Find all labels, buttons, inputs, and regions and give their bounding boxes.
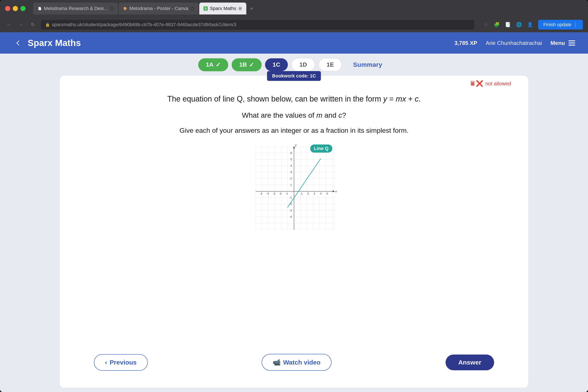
svg-text:-4: -4 (290, 215, 292, 218)
task-tab-1b[interactable]: 1B ✓ (232, 58, 262, 71)
minimize-button[interactable] (13, 6, 18, 11)
svg-rect-3 (256, 147, 334, 230)
task-tab-1e-label: 1E (327, 61, 334, 68)
svg-rect-0 (568, 40, 575, 41)
calculator-status: not allowed (485, 81, 511, 86)
tab-label-3: Sparx Maths (210, 6, 236, 11)
tab-favicon-3: S (204, 6, 208, 11)
tab-label-1: Melodrama Research & Desi... (44, 6, 108, 11)
svg-text:-2: -2 (279, 192, 282, 195)
svg-text:4: 4 (320, 192, 322, 195)
calculator-badge: 🖩❌ not allowed (470, 80, 511, 87)
svg-text:-3: -3 (290, 209, 292, 212)
app-header: Sparx Maths 3,785 XP Arie Chunhachatrach… (0, 32, 588, 54)
task-tab-1a[interactable]: 1A ✓ (198, 58, 228, 71)
secure-icon: 🔒 (45, 22, 50, 27)
task-tab-1c[interactable]: 1C (265, 58, 288, 71)
finish-update-label: Finish update (543, 22, 571, 28)
header-right: 3,785 XP Arie Chunhachatrachai Menu (454, 40, 575, 46)
translate-icon[interactable]: 🌐 (515, 21, 523, 28)
task-tab-summary-label: Summary (353, 61, 382, 68)
extension-icon[interactable]: 🧩 (493, 21, 501, 28)
new-tab-button[interactable]: + (247, 5, 256, 12)
task-tab-1a-check: ✓ (216, 61, 221, 68)
task-tab-1d[interactable]: 1D (291, 58, 315, 72)
task-tab-summary[interactable]: Summary (345, 58, 390, 71)
menu-label: Menu (550, 40, 565, 46)
svg-text:-5: -5 (260, 192, 263, 195)
tab-favicon-1: 📄 (38, 6, 42, 11)
svg-text:3: 3 (290, 171, 292, 174)
tab-close-1[interactable]: ✕ (110, 6, 114, 10)
svg-text:1: 1 (301, 192, 303, 195)
task-tab-1c-label: 1C (273, 61, 280, 68)
task-tab-1d-label: 1D (299, 61, 307, 68)
graph-container: Line Q (249, 144, 339, 234)
svg-text:-3: -3 (273, 192, 275, 195)
tab-favicon-2: 🎨 (123, 6, 127, 11)
xp-display: 3,785 XP (454, 40, 477, 46)
bottom-nav: ‹ Previous 📹 Watch video Answer (77, 346, 511, 379)
address-bar: ← → ↻ 🔒 sparxmaths.uk/student/package/64… (0, 17, 588, 32)
tab-label-2: Melodrama - Poster - Canva (130, 6, 188, 11)
task-tab-1a-label: 1A (206, 61, 214, 68)
svg-text:x: x (335, 190, 337, 193)
svg-text:6: 6 (290, 152, 292, 154)
video-icon: 📹 (273, 358, 281, 366)
svg-text:4: 4 (290, 164, 292, 167)
tab-sparx[interactable]: S Sparx Maths ✕ (199, 2, 247, 14)
watch-video-label: Watch video (283, 359, 321, 366)
question-line3: Give each of your answers as an integer … (180, 125, 408, 136)
question-card: Bookwork code: 1C 🖩❌ not allowed The equ… (60, 76, 528, 388)
bookmark-icon[interactable]: 📑 (504, 21, 512, 28)
task-tab-1b-label: 1B (239, 61, 247, 68)
menu-button[interactable]: Menu (550, 40, 575, 46)
user-name: Arie Chunhachatrachai (486, 40, 542, 46)
svg-text:3: 3 (314, 192, 315, 195)
answer-label: Answer (458, 359, 481, 366)
more-icon: ⋮ (573, 22, 578, 28)
title-bar: 📄 Melodrama Research & Desi... ✕ 🎨 Melod… (0, 0, 588, 17)
browser-window: 📄 Melodrama Research & Desi... ✕ 🎨 Melod… (0, 0, 588, 392)
prev-chevron-icon: ‹ (105, 359, 107, 366)
svg-text:-1: -1 (290, 196, 292, 199)
svg-text:-1: -1 (286, 192, 288, 195)
svg-text:5: 5 (327, 192, 328, 195)
svg-text:1: 1 (290, 184, 292, 186)
tab-close-3[interactable]: ✕ (238, 6, 242, 10)
task-tab-1e[interactable]: 1E (318, 58, 342, 72)
question-line2: What are the values of m and c? (242, 110, 346, 121)
graph-svg: y x -5 -4 -3 -2 -1 1 2 3 4 5 (249, 144, 339, 234)
previous-label: Previous (110, 359, 137, 366)
forward-nav-button[interactable]: → (17, 21, 25, 28)
tab-melodrama-research[interactable]: 📄 Melodrama Research & Desi... ✕ (33, 2, 118, 14)
svg-text:5: 5 (290, 158, 292, 161)
star-icon[interactable]: ☆ (482, 21, 490, 28)
finish-update-button[interactable]: Finish update ⋮ (538, 20, 583, 30)
close-button[interactable] (5, 6, 10, 11)
svg-text:2: 2 (290, 177, 292, 180)
previous-button[interactable]: ‹ Previous (94, 354, 148, 371)
refresh-button[interactable]: ↻ (29, 21, 37, 28)
app-back-button[interactable] (13, 38, 24, 48)
question-line1: The equation of line Q, shown below, can… (167, 93, 421, 105)
watch-video-button[interactable]: 📹 Watch video (262, 354, 332, 371)
browser-actions: ☆ 🧩 📑 🌐 👤 (482, 21, 534, 28)
tab-canva[interactable]: 🎨 Melodrama - Poster - Canva ✕ (119, 2, 198, 14)
svg-text:y: y (295, 144, 297, 147)
maximize-button[interactable] (21, 6, 26, 11)
main-content: Bookwork code: 1C 🖩❌ not allowed The equ… (0, 76, 588, 392)
tab-close-2[interactable]: ✕ (190, 6, 194, 10)
url-bar[interactable]: 🔒 sparxmaths.uk/student/package/6490b69b… (41, 20, 474, 30)
back-nav-button[interactable]: ← (5, 21, 13, 28)
svg-text:2: 2 (307, 192, 309, 195)
profile-icon[interactable]: 👤 (526, 21, 534, 28)
svg-text:-4: -4 (267, 192, 269, 195)
app-logo: Sparx Maths (28, 38, 81, 48)
line-q-label: Line Q (310, 144, 332, 152)
bookwork-badge: Bookwork code: 1C (267, 71, 321, 81)
answer-button[interactable]: Answer (446, 354, 494, 370)
svg-rect-2 (568, 45, 575, 46)
tabs-bar: 📄 Melodrama Research & Desi... ✕ 🎨 Melod… (33, 2, 583, 14)
app-content: Sparx Maths 3,785 XP Arie Chunhachatrach… (0, 32, 588, 392)
